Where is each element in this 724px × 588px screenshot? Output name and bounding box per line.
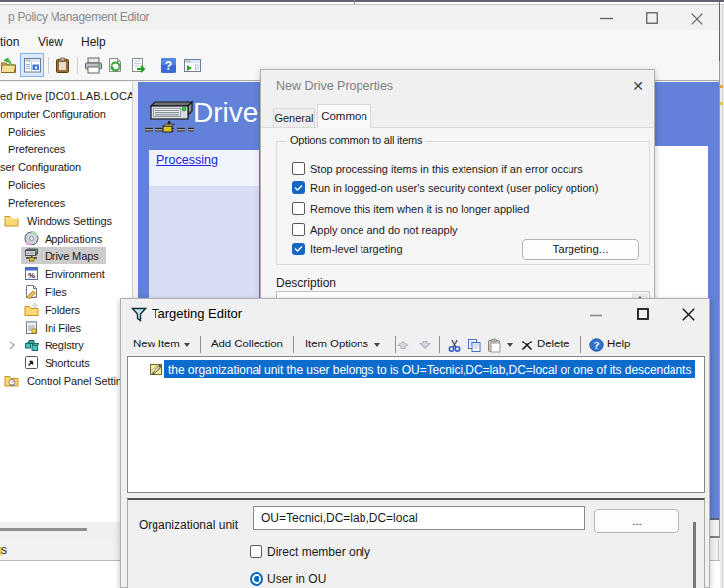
tree-item-ini-files[interactable]: Ini Files: [45, 319, 81, 337]
browse-ou-button[interactable]: ...: [594, 509, 679, 533]
checkbox-item-level-targeting[interactable]: [292, 243, 305, 255]
gpme-close-button[interactable]: [691, 13, 703, 25]
checkbox-stop-processing-label: Stop processing items in this extension …: [310, 163, 583, 175]
files-icon: [24, 284, 39, 299]
toggle-console-tree-button[interactable]: [20, 53, 44, 77]
gpme-menubar: tion View Help: [0, 30, 719, 51]
gpme-minimize-button[interactable]: [600, 17, 613, 20]
new-item-button[interactable]: New Item: [133, 338, 180, 349]
tree-item-policies[interactable]: Policies: [8, 123, 45, 141]
tree-item-label: ed Drive [DC01.LAB.LOCA: [0, 90, 133, 102]
tree-item-policies-user[interactable]: Policies: [8, 176, 45, 194]
cut-icon[interactable]: [448, 339, 461, 352]
console-window-icon[interactable]: [183, 57, 202, 74]
ted-help-icon[interactable]: ?: [589, 338, 604, 352]
move-up-icon[interactable]: [397, 341, 409, 349]
folder-up-icon[interactable]: [1, 57, 18, 74]
copy-icon[interactable]: [467, 338, 482, 353]
tree-item-folders[interactable]: Folders: [45, 301, 80, 319]
svg-text:%: %: [28, 271, 35, 280]
gpme-right-border-top: [719, 0, 720, 61]
tree-item-shortcuts[interactable]: Shortcuts: [45, 354, 90, 372]
organizational-unit-input[interactable]: OU=Tecnici,DC=lab,DC=local: [253, 506, 585, 530]
tree-item-label: Drive Maps: [45, 250, 99, 262]
tree-item-computer-configuration[interactable]: omputer Configuration: [0, 105, 106, 123]
panel-scrollbar-thumb[interactable]: [693, 522, 696, 588]
checkbox-apply-once-label: Apply once and do not reapply: [310, 224, 458, 236]
checkbox-apply-once[interactable]: [292, 223, 305, 236]
tree-item-label: Ini Files: [45, 322, 81, 334]
tab-general[interactable]: General: [273, 108, 315, 128]
description-label: Description: [276, 276, 336, 290]
tree-item-preferences[interactable]: Preferences: [8, 141, 65, 158]
paste-icon[interactable]: [487, 338, 502, 353]
targeting-editor-titlebar: Targeting Editor: [121, 299, 709, 329]
checkbox-item-level-targeting-label: Item-level targeting: [310, 244, 403, 255]
tree-item-user-configuration[interactable]: ser Configuration: [0, 158, 81, 176]
registry-icon: [24, 338, 39, 352]
ted-maximize-button[interactable]: [637, 308, 649, 320]
direct-member-only-checkbox[interactable]: [250, 545, 262, 558]
ted-close-button[interactable]: [682, 308, 695, 321]
paste-caret-icon[interactable]: [507, 343, 513, 347]
toolbar-separator: [48, 57, 49, 74]
help-icon[interactable]: ?: [160, 57, 177, 74]
targeting-items-list[interactable]: the organizational unit the user belongs…: [127, 356, 705, 493]
menu-view[interactable]: View: [38, 35, 63, 49]
desktop-artifact-dot: [720, 85, 723, 88]
ini-files-icon: [24, 320, 39, 335]
checkbox-run-user-context[interactable]: [292, 181, 305, 194]
new-item-caret-icon[interactable]: [184, 343, 190, 347]
drive-maps-banner-icon: [145, 99, 196, 133]
user-in-ou-radio[interactable]: [250, 572, 263, 586]
gpme-maximize-button[interactable]: [646, 12, 658, 24]
tree-item-environment[interactable]: % Environment: [45, 265, 105, 283]
tree-item-applications[interactable]: Applications: [45, 230, 102, 247]
menu-help[interactable]: Help: [81, 35, 106, 49]
item-options-caret-icon[interactable]: [374, 343, 380, 347]
chevron-right-icon[interactable]: [8, 341, 16, 350]
funnel-icon: [131, 307, 147, 322]
tree-item-label: Control Panel Settings: [27, 375, 133, 387]
targeting-item-text: the organizational unit the user belongs…: [168, 363, 691, 377]
ted-help-label[interactable]: Help: [607, 338, 630, 349]
ted-minimize-button[interactable]: [590, 314, 602, 317]
tree-item-registry[interactable]: Registry: [45, 337, 84, 354]
checkbox-remove-item[interactable]: [292, 202, 305, 215]
menu-action[interactable]: tion: [0, 35, 19, 49]
delete-button[interactable]: Delete: [537, 338, 569, 349]
tab-common[interactable]: Common: [317, 104, 371, 128]
tree-item-gpo-root[interactable]: ed Drive [DC01.LAB.LOCA: [0, 87, 133, 105]
desktop-right-margin-line: [722, 0, 723, 588]
refresh-icon[interactable]: [107, 57, 124, 74]
export-list-icon[interactable]: [130, 57, 149, 74]
props-close-button[interactable]: ✕: [628, 76, 648, 96]
tree-item-drive-maps[interactable]: Drive Maps: [45, 247, 99, 265]
svg-text:?: ?: [593, 340, 599, 351]
checkbox-stop-processing[interactable]: [292, 162, 305, 175]
props-tab-page: Options common to all items Stop process…: [261, 127, 654, 313]
selected-targeting-item[interactable]: the organizational unit the user belongs…: [164, 360, 695, 378]
drive-maps-icon: [24, 248, 39, 263]
targeting-button[interactable]: Targeting...: [522, 239, 639, 260]
item-options-button[interactable]: Item Options: [305, 338, 368, 349]
targeting-editor-title: Targeting Editor: [152, 306, 242, 321]
shortcuts-icon: [24, 355, 39, 370]
move-down-icon[interactable]: [419, 341, 431, 349]
targeting-editor-toolbar: New Item Add Collection Item Options Del…: [121, 329, 709, 356]
tree-item-control-panel-settings[interactable]: Control Panel Settings: [27, 372, 133, 390]
processing-link[interactable]: Processing: [156, 153, 218, 167]
tree-item-label: Folders: [45, 304, 80, 316]
tree-item-preferences-user[interactable]: Preferences: [8, 194, 65, 212]
tree-scrollbar-thumb[interactable]: [0, 528, 87, 531]
background-tree-label: s: [1, 543, 7, 557]
tree-item-label: Files: [45, 286, 67, 298]
organizational-unit-label: Organizational unit: [139, 518, 238, 532]
delete-x-icon[interactable]: [521, 340, 533, 351]
printer-icon[interactable]: [84, 57, 103, 74]
clipboard-icon[interactable]: [54, 57, 71, 74]
tree-item-files[interactable]: Files: [45, 283, 67, 301]
add-collection-button[interactable]: Add Collection: [211, 338, 283, 349]
tree-item-windows-settings[interactable]: Windows Settings: [27, 212, 112, 230]
folders-icon: [24, 302, 39, 317]
